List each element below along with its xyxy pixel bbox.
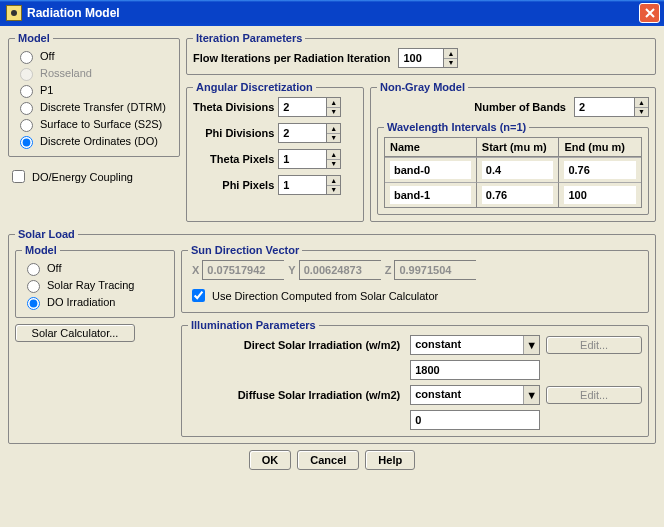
direct-edit-button[interactable]: Edit... bbox=[546, 336, 642, 354]
chevron-down-icon[interactable]: ▼ bbox=[523, 386, 539, 404]
flow-iter-spinner[interactable]: ▲ ▼ bbox=[443, 48, 458, 68]
model-s2s[interactable]: Surface to Surface (S2S) bbox=[15, 116, 173, 133]
help-button[interactable]: Help bbox=[365, 450, 415, 470]
solar-load-group: Solar Load Model Off Solar Ray Tracing D… bbox=[8, 228, 656, 444]
flow-iter-input[interactable]: ▲ ▼ bbox=[398, 48, 458, 68]
svg-point-0 bbox=[11, 10, 17, 16]
z-label: Z bbox=[385, 264, 392, 276]
solar-model-group: Model Off Solar Ray Tracing DO Irradiati… bbox=[15, 244, 175, 318]
nongray-legend: Non-Gray Model bbox=[377, 81, 468, 93]
illumination-group: Illumination Parameters Direct Solar Irr… bbox=[181, 319, 649, 437]
theta-div-input[interactable]: ▲▼ bbox=[278, 97, 357, 117]
band1-end[interactable] bbox=[564, 186, 636, 204]
do-energy-coupling-checkbox[interactable]: DO/Energy Coupling bbox=[8, 167, 180, 187]
model-rosseland[interactable]: Rosseland bbox=[15, 65, 173, 82]
chevron-down-icon[interactable]: ▼ bbox=[523, 336, 539, 354]
solar-ray-tracing[interactable]: Solar Ray Tracing bbox=[22, 277, 168, 294]
sun-z-input bbox=[394, 260, 476, 280]
dialog-buttons: OK Cancel Help bbox=[8, 444, 656, 470]
solar-load-legend: Solar Load bbox=[15, 228, 78, 240]
y-label: Y bbox=[288, 264, 295, 276]
bands-label: Number of Bands bbox=[474, 101, 570, 113]
model-dtrm[interactable]: Discrete Transfer (DTRM) bbox=[15, 99, 173, 116]
col-end: End (mu m) bbox=[558, 138, 641, 157]
sun-y-input bbox=[299, 260, 381, 280]
use-solar-calc-checkbox[interactable]: Use Direction Computed from Solar Calcul… bbox=[188, 286, 642, 306]
diffuse-label: Diffuse Solar Irradiation (w/m2) bbox=[188, 389, 404, 401]
phi-div-label: Phi Divisions bbox=[193, 127, 278, 139]
diffuse-edit-button[interactable]: Edit... bbox=[546, 386, 642, 404]
solar-do-irradiation[interactable]: DO Irradiation bbox=[22, 294, 168, 311]
wavelength-group: Wavelength Intervals (n=1) Name Start (m… bbox=[377, 121, 649, 215]
nongray-group: Non-Gray Model Number of Bands ▲▼ Wavele… bbox=[370, 81, 656, 222]
direct-type-select[interactable]: constant ▼ bbox=[410, 335, 540, 355]
bands-input[interactable]: ▲▼ bbox=[574, 97, 649, 117]
angular-legend: Angular Discretization bbox=[193, 81, 316, 93]
angular-group: Angular Discretization Theta Divisions ▲… bbox=[186, 81, 364, 222]
phi-div-input[interactable]: ▲▼ bbox=[278, 123, 357, 143]
band0-start[interactable] bbox=[482, 161, 554, 179]
iteration-params-legend: Iteration Parameters bbox=[193, 32, 305, 44]
model-legend: Model bbox=[15, 32, 53, 44]
cancel-button[interactable]: Cancel bbox=[297, 450, 359, 470]
wavelength-table: Name Start (mu m) End (mu m) bbox=[384, 137, 642, 208]
band1-start[interactable] bbox=[482, 186, 554, 204]
solar-off[interactable]: Off bbox=[22, 260, 168, 277]
chevron-up-icon[interactable]: ▲ bbox=[444, 49, 457, 58]
theta-pix-input[interactable]: ▲▼ bbox=[278, 149, 357, 169]
model-p1[interactable]: P1 bbox=[15, 82, 173, 99]
band1-name[interactable] bbox=[390, 186, 471, 204]
diffuse-type-select[interactable]: constant ▼ bbox=[410, 385, 540, 405]
flow-iter-label: Flow Iterations per Radiation Iteration bbox=[193, 52, 394, 64]
titlebar: Radiation Model bbox=[0, 0, 664, 26]
col-start: Start (mu m) bbox=[476, 138, 559, 157]
model-group: Model Off Rosseland P1 Discrete Transfer… bbox=[8, 32, 180, 157]
window-title: Radiation Model bbox=[27, 6, 120, 20]
model-off[interactable]: Off bbox=[15, 48, 173, 65]
direct-value-input[interactable] bbox=[410, 360, 540, 380]
model-do[interactable]: Discrete Ordinates (DO) bbox=[15, 133, 173, 150]
iteration-params-group: Iteration Parameters Flow Iterations per… bbox=[186, 32, 656, 75]
close-button[interactable] bbox=[639, 3, 660, 23]
band0-end[interactable] bbox=[564, 161, 636, 179]
close-icon bbox=[645, 8, 655, 18]
sun-x-input bbox=[202, 260, 284, 280]
col-name: Name bbox=[385, 138, 476, 157]
ok-button[interactable]: OK bbox=[249, 450, 292, 470]
diffuse-value-input[interactable] bbox=[410, 410, 540, 430]
theta-div-label: Theta Divisions bbox=[193, 101, 278, 113]
phi-pix-label: Phi Pixels bbox=[193, 179, 278, 191]
sun-direction-group: Sun Direction Vector X Y Z Use Direction… bbox=[181, 244, 649, 313]
band0-name[interactable] bbox=[390, 161, 471, 179]
solar-calculator-button[interactable]: Solar Calculator... bbox=[15, 324, 135, 342]
sun-direction-legend: Sun Direction Vector bbox=[188, 244, 302, 256]
theta-pix-label: Theta Pixels bbox=[193, 153, 278, 165]
illumination-legend: Illumination Parameters bbox=[188, 319, 319, 331]
phi-pix-input[interactable]: ▲▼ bbox=[278, 175, 357, 195]
direct-label: Direct Solar Irradiation (w/m2) bbox=[188, 339, 404, 351]
app-icon bbox=[6, 5, 22, 21]
x-label: X bbox=[192, 264, 199, 276]
chevron-down-icon[interactable]: ▼ bbox=[444, 58, 457, 68]
wavelength-legend: Wavelength Intervals (n=1) bbox=[384, 121, 529, 133]
solar-model-legend: Model bbox=[22, 244, 60, 256]
